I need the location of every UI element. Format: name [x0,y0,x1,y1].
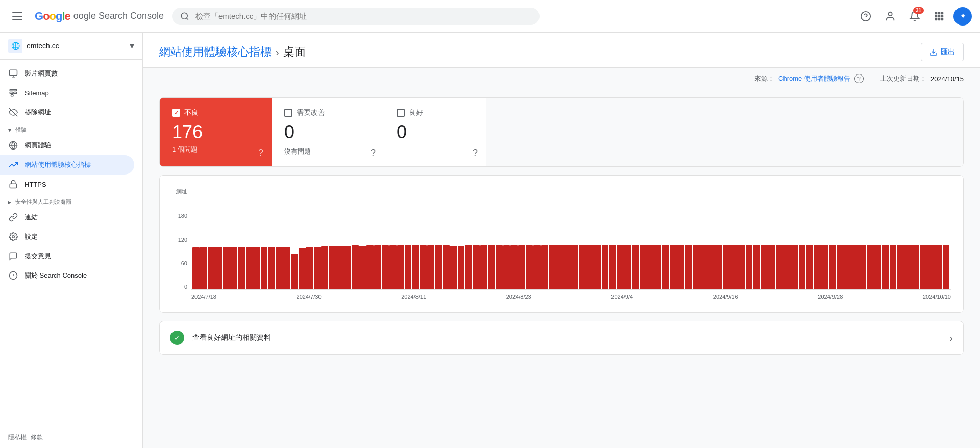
metrics-section: 不良 176 1 個問題 ? 需要改善 0 沒有問題 ? [143,89,980,167]
chart-bar [935,245,942,289]
chart-bar [374,245,381,289]
chart-bar [420,245,427,289]
metric-good-checkbox[interactable]: 良好 [397,108,474,117]
sidebar-item-label-sitemap: Sitemap [24,89,49,97]
site-selector[interactable]: 🌐 emtech.cc ▾ [0,33,142,60]
chart-inner-layout: 網址 180 120 60 0 [172,188,951,300]
metric-bad-help-icon[interactable]: ? [258,147,263,158]
sidebar-item-sitemap[interactable]: Sitemap [0,83,134,103]
metric-needs-improvement-checkbox[interactable]: 需要改善 [284,108,372,117]
chart-bar [299,248,306,289]
chart-bar [458,246,465,289]
sidebar-item-core-vitals[interactable]: 網站使用體驗核心指標 [0,155,134,175]
hamburger-menu[interactable] [8,8,27,24]
chart-bar [761,245,768,289]
terms-link[interactable]: 條款 [31,433,43,442]
sidebar-item-feedback[interactable]: 提交意見 [0,246,134,266]
chart-bar [844,245,851,289]
x-label-4: 2024/9/4 [611,294,633,300]
chart-bar [814,245,821,289]
bottom-card-arrow: › [949,332,953,344]
section-security-toggle[interactable]: ▸ [8,198,11,206]
export-button[interactable]: 匯出 [921,43,964,61]
sidebar-item-label-remove-url: 移除網址 [24,108,51,117]
chart-bar [549,245,556,289]
source-link[interactable]: Chrome 使用者體驗報告 [778,74,850,83]
breadcrumb-current: 桌面 [283,44,306,60]
chart-bar [230,247,237,289]
chart-bar [359,246,366,289]
last-update-label: 上次更新日期： [880,74,926,83]
sidebar-item-video-pages[interactable]: 影片網頁數 [0,64,134,83]
sidebar-item-https[interactable]: HTTPS [0,175,134,194]
sidebar-item-about[interactable]: 關於 Search Console [0,266,134,285]
svg-rect-8 [938,15,941,17]
metric-needs-improvement-label: 需要改善 [297,108,325,117]
sidebar-item-remove-url[interactable]: 移除網址 [0,103,134,122]
metric-good-label: 良好 [409,108,423,117]
sidebar-item-label-feedback: 提交意見 [24,252,51,261]
apps-button[interactable] [929,6,949,27]
chart-bar [700,245,707,289]
metric-card-bad: 不良 176 1 個問題 ? [160,98,272,166]
chart-bar [283,247,290,289]
notifications-button[interactable]: 31 [904,6,925,27]
chart-bar [730,245,738,289]
product-name: oogle Search Console [74,11,164,21]
breadcrumb-arrow: › [276,46,279,58]
chart-bar [427,245,434,289]
svg-point-22 [12,236,15,238]
section-experience: ▾ 體驗 [0,122,142,136]
chart-bar [927,245,935,289]
chart-bar [336,246,344,289]
svg-rect-21 [10,184,17,188]
sidebar-item-links[interactable]: 連結 [0,208,134,227]
svg-rect-13 [10,70,17,76]
video-icon [8,69,18,78]
svg-rect-10 [935,18,938,20]
chart-bar [253,247,260,289]
metric-needs-improvement-count: 0 [284,121,372,143]
source-help-icon[interactable]: ? [854,74,864,83]
metric-bad-checkbox[interactable]: 不良 [172,108,259,117]
main-layout: 🌐 emtech.cc ▾ 影片網頁數 Sitemap [0,33,980,448]
chart-bar [412,245,419,289]
sidebar-footer: 隱私權 條款 [0,427,142,448]
page-actions: 匯出 [921,43,964,61]
x-label-7: 2024/10/10 [923,294,951,300]
svg-rect-7 [935,15,938,17]
user-avatar[interactable]: ✦ [953,7,972,26]
metrics-cards: 不良 176 1 個問題 ? 需要改善 0 沒有問題 ? [159,97,964,167]
chart-bar [753,245,760,289]
about-icon [8,271,18,280]
search-input[interactable] [195,12,531,20]
svg-rect-9 [941,15,944,17]
google-logo: Google [35,10,70,23]
metric-good-count: 0 [397,121,474,143]
sidebar-nav: 影片網頁數 Sitemap 移除網址 ▾ 體驗 [0,60,142,427]
section-toggle-arrow[interactable]: ▾ [8,127,11,134]
privacy-link[interactable]: 隱私權 [8,433,27,442]
chart-bar [200,247,207,289]
account-settings-button[interactable] [880,6,900,27]
bottom-card[interactable]: ✓ 查看良好網址的相關資料 › [159,321,964,355]
chart-bar [783,245,791,289]
top-header: Google oogle Search Console 31 ✦ [0,0,980,33]
chart-bar [791,245,798,289]
x-label-1: 2024/7/30 [297,294,322,300]
metric-needs-improvement-help-icon[interactable]: ? [371,147,376,158]
logo[interactable]: Google oogle Search Console [35,10,164,23]
chart-bar [693,245,700,289]
sidebar-item-settings[interactable]: 設定 [0,227,134,246]
chart-bar [261,247,268,289]
search-bar[interactable] [172,8,540,25]
breadcrumb-parent[interactable]: 網站使用體驗核心指標 [159,44,272,60]
chart-bar [707,245,715,289]
metric-good-help-icon[interactable]: ? [473,147,478,158]
chart-bar [776,245,783,289]
chart-bar [382,245,389,289]
sidebar-item-page-experience[interactable]: 網頁體驗 [0,136,134,155]
chart-main: 2024/7/18 2024/7/30 2024/8/11 2024/8/23 … [191,188,951,300]
help-button[interactable] [855,6,876,27]
chart-bar [609,245,616,289]
